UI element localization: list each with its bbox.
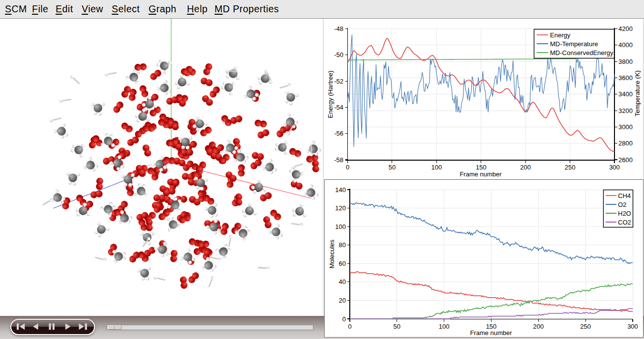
svg-text:250: 250	[565, 164, 576, 171]
svg-text:20: 20	[339, 297, 346, 304]
svg-text:50: 50	[389, 164, 396, 171]
svg-text:2800: 2800	[618, 140, 633, 147]
svg-text:40: 40	[339, 278, 346, 285]
svg-text:100: 100	[431, 164, 442, 171]
svg-text:Energy (Hartree): Energy (Hartree)	[327, 71, 334, 118]
svg-text:-48: -48	[334, 25, 343, 32]
svg-text:120: 120	[335, 204, 346, 212]
svg-text:3400: 3400	[618, 90, 633, 98]
svg-text:100: 100	[335, 223, 346, 230]
svg-text:4000: 4000	[618, 41, 633, 49]
svg-text:200: 200	[520, 164, 531, 171]
svg-text:2600: 2600	[618, 156, 633, 164]
svg-text:200: 200	[533, 323, 544, 330]
svg-text:-54: -54	[334, 104, 343, 111]
svg-text:140: 140	[335, 186, 346, 194]
svg-text:Molecules: Molecules	[328, 239, 336, 268]
svg-text:-50: -50	[334, 51, 343, 58]
svg-text:0: 0	[342, 315, 346, 323]
svg-text:3200: 3200	[618, 107, 633, 114]
svg-text:-56: -56	[334, 130, 343, 137]
svg-text:4200: 4200	[618, 25, 633, 32]
svg-text:-52: -52	[334, 78, 343, 85]
svg-text:MD-ConservedEnergy: MD-ConservedEnergy	[550, 49, 613, 56]
svg-text:O2: O2	[618, 201, 626, 208]
svg-text:MD-Temperature: MD-Temperature	[550, 40, 598, 48]
svg-text:250: 250	[580, 323, 591, 330]
svg-text:3600: 3600	[618, 74, 633, 82]
svg-text:3000: 3000	[618, 123, 633, 131]
svg-text:Temperature (K): Temperature (K)	[634, 70, 641, 116]
svg-text:Energy: Energy	[550, 31, 571, 39]
svg-text:300: 300	[627, 323, 638, 330]
svg-text:50: 50	[394, 323, 400, 330]
svg-text:Frame number: Frame number	[460, 170, 502, 178]
svg-text:100: 100	[439, 323, 450, 330]
svg-text:60: 60	[339, 260, 346, 267]
svg-text:H2O: H2O	[618, 210, 631, 217]
svg-text:80: 80	[339, 241, 346, 249]
svg-text:CH4: CH4	[618, 192, 631, 199]
svg-text:0: 0	[348, 323, 351, 330]
svg-text:3800: 3800	[618, 58, 633, 65]
svg-text:0: 0	[346, 164, 349, 171]
svg-text:Frame number: Frame number	[470, 329, 512, 337]
svg-text:300: 300	[609, 164, 620, 171]
svg-text:-58: -58	[334, 156, 343, 164]
svg-text:CO2: CO2	[618, 219, 631, 226]
